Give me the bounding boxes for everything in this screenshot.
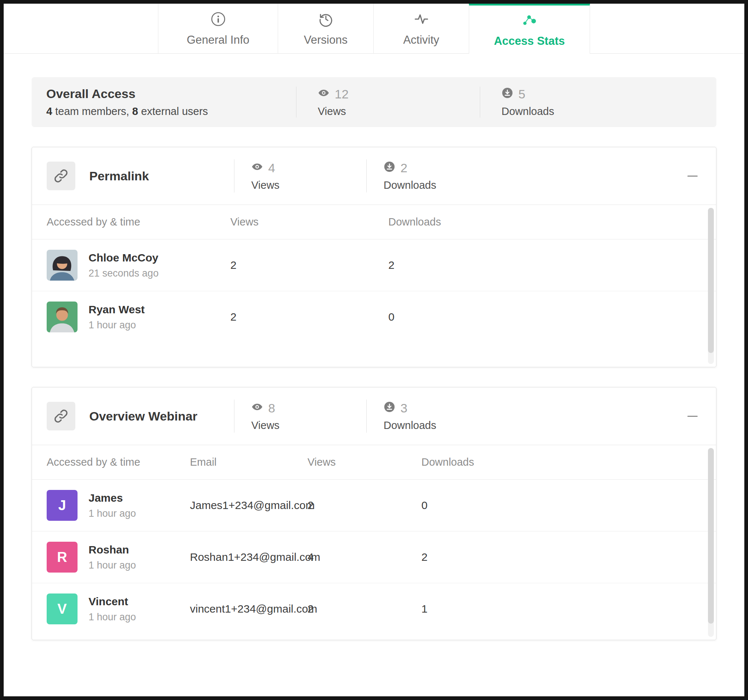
collapse-section-button[interactable] <box>684 167 701 185</box>
tab-access-stats[interactable]: Access Stats <box>469 4 590 54</box>
overall-access-subtitle: 4 team members, 8 external users <box>46 105 296 117</box>
table-row: J James 1 hour ago James1+234@gmail.com … <box>32 480 716 531</box>
column-accessed-by: Accessed by & time <box>47 216 230 228</box>
downloads-count: 2 <box>400 161 407 175</box>
tab-label: Activity <box>403 33 439 47</box>
views-label: Views <box>251 179 366 191</box>
download-circle-icon <box>502 87 513 102</box>
downloads-label: Downloads <box>502 105 663 117</box>
table-row: R Roshan 1 hour ago Roshan1+234@gmail.co… <box>32 531 716 583</box>
overall-downloads-stat: 5 Downloads <box>480 87 663 117</box>
views-value: 2 <box>230 311 388 323</box>
downloads-value: 0 <box>388 311 701 323</box>
views-label: Views <box>318 105 480 117</box>
section-title: Permalink <box>89 169 149 183</box>
link-icon <box>47 402 75 430</box>
table-row: Ryan West 1 hour ago 2 0 <box>32 291 716 343</box>
user-avatar: R <box>47 542 78 572</box>
overall-access-summary: Overall Access 4 team members, 8 externa… <box>32 77 716 127</box>
access-time: 1 hour ago <box>88 319 145 331</box>
views-value: 2 <box>307 499 421 512</box>
tab-versions[interactable]: Versions <box>278 4 373 53</box>
user-avatar <box>47 302 78 333</box>
scatter-dots-icon <box>522 12 537 29</box>
downloads-value: 1 <box>421 603 701 615</box>
views-value: 2 <box>230 259 388 272</box>
column-downloads: Downloads <box>421 456 701 468</box>
access-time: 1 hour ago <box>88 560 136 571</box>
views-value: 2 <box>307 603 421 615</box>
downloads-value: 0 <box>421 499 701 512</box>
tab-bar: General Info Versions Activity <box>4 4 744 54</box>
permalink-table: Accessed by & time Views Downloads <box>32 205 716 367</box>
webinar-header: Overview Webinar 8 Views <box>32 387 716 445</box>
activity-icon <box>414 11 429 27</box>
column-downloads: Downloads <box>388 216 701 228</box>
table-header: Accessed by & time Views Downloads <box>32 205 716 240</box>
history-icon <box>318 11 334 27</box>
tab-label: Access Stats <box>494 35 565 48</box>
eye-icon <box>251 401 263 416</box>
minus-icon <box>687 176 698 177</box>
table-row: V Vincent 1 hour ago vincent1+234@gmail.… <box>32 583 716 635</box>
tab-activity[interactable]: Activity <box>373 4 469 53</box>
eye-icon <box>251 161 263 176</box>
column-views: Views <box>230 216 388 228</box>
webinar-views-stat: 8 Views <box>234 399 366 433</box>
downloads-value: 2 <box>421 551 701 563</box>
overall-access-title: Overall Access <box>46 87 296 101</box>
views-count: 8 <box>268 401 275 415</box>
table-header: Accessed by & time Email Views Downloads <box>32 445 716 480</box>
views-label: Views <box>251 419 366 431</box>
email-value: Roshan1+234@gmail.com <box>190 551 307 563</box>
scrollbar-track[interactable] <box>708 448 714 637</box>
scrollbar-thumb[interactable] <box>708 208 714 353</box>
permalink-downloads-stat: 2 Downloads <box>366 159 499 193</box>
section-title: Overview Webinar <box>89 409 197 424</box>
column-views: Views <box>307 456 421 468</box>
downloads-label: Downloads <box>383 419 499 431</box>
downloads-count: 5 <box>518 87 525 101</box>
user-avatar <box>47 250 78 281</box>
user-name: Roshan <box>88 544 136 556</box>
user-avatar: J <box>47 490 78 521</box>
email-value: vincent1+234@gmail.com <box>190 603 307 615</box>
tab-general-info[interactable]: General Info <box>158 4 278 53</box>
permalink-section: Permalink 4 Views <box>32 147 716 367</box>
views-count: 12 <box>335 87 349 101</box>
link-icon <box>47 162 75 190</box>
collapse-section-button[interactable] <box>684 407 701 425</box>
downloads-count: 3 <box>400 401 407 415</box>
downloads-label: Downloads <box>383 179 499 191</box>
user-avatar: V <box>47 594 78 624</box>
permalink-header: Permalink 4 Views <box>32 147 716 205</box>
column-accessed-by: Accessed by & time <box>47 456 190 468</box>
scrollbar-track[interactable] <box>708 208 714 364</box>
table-row: Chloe McCoy 21 seconds ago 2 2 <box>32 240 716 291</box>
scrollbar-thumb[interactable] <box>708 448 714 624</box>
overview-webinar-section: Overview Webinar 8 Views <box>32 387 716 640</box>
email-value: James1+234@gmail.com <box>190 499 307 512</box>
eye-icon <box>318 87 330 102</box>
user-name: James <box>88 492 136 504</box>
access-time: 21 seconds ago <box>88 268 159 279</box>
webinar-downloads-stat: 3 Downloads <box>366 399 499 433</box>
views-value: 4 <box>307 551 421 563</box>
minus-icon <box>687 416 698 417</box>
user-name: Ryan West <box>88 303 145 316</box>
download-circle-icon <box>383 401 395 416</box>
permalink-views-stat: 4 Views <box>234 159 366 193</box>
access-time: 1 hour ago <box>88 508 136 519</box>
download-circle-icon <box>383 161 395 176</box>
tab-label: General Info <box>187 33 249 47</box>
user-name: Vincent <box>88 595 136 608</box>
user-name: Chloe McCoy <box>88 252 159 264</box>
access-time: 1 hour ago <box>88 612 136 623</box>
overall-views-stat: 12 Views <box>296 87 480 117</box>
info-icon <box>210 11 226 27</box>
column-email: Email <box>190 456 307 468</box>
access-stats-panel: Overall Access 4 team members, 8 externa… <box>4 54 744 640</box>
overall-access-info: Overall Access 4 team members, 8 externa… <box>46 87 296 117</box>
app-window: General Info Versions Activity <box>0 0 748 700</box>
tab-label: Versions <box>304 33 348 47</box>
